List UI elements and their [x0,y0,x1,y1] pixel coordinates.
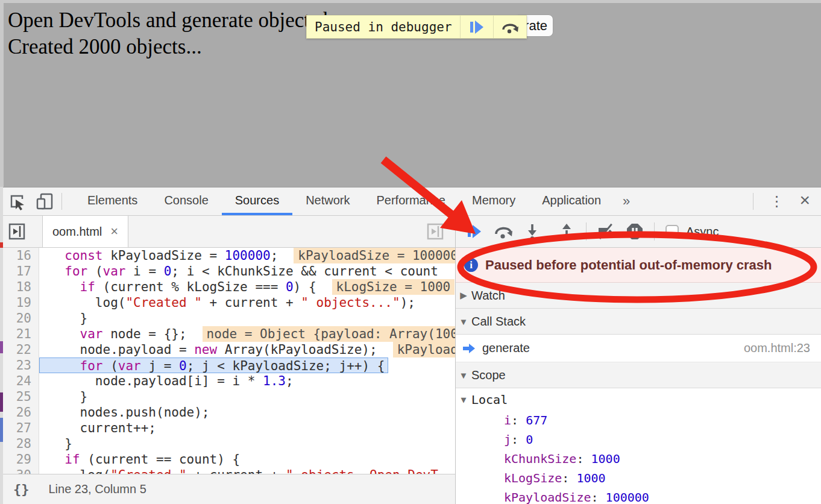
line-number[interactable]: 24 [0,373,39,389]
code-line-23[interactable]: 23 for (var j = 0; j < kPayloadSize; j++… [0,358,455,373]
line-number[interactable]: 30 [0,467,39,474]
tab-elements[interactable]: Elements [74,187,151,215]
variable-name: kPayloadSize [504,490,591,504]
async-label[interactable]: Async [686,225,719,239]
expanded-triangle-icon[interactable]: ▼ [456,394,471,405]
code-line-20[interactable]: 20 } [0,310,455,326]
tab-performance[interactable]: Performance [363,187,459,215]
tab-console[interactable]: Console [151,187,221,215]
step-over-button[interactable] [492,221,515,242]
line-text: log("Created " + current + " objects..."… [39,295,415,310]
line-number[interactable]: 29 [0,452,39,467]
line-text: current++; [39,420,156,436]
code-line-25[interactable]: 25 } [0,389,455,405]
tab-memory[interactable]: Memory [459,187,529,215]
line-text: } [39,310,87,326]
code-line-29[interactable]: 29 if (current == count) { [0,452,455,467]
tabs-overflow-button[interactable]: » [614,194,638,209]
line-text: for (var j = 0; j < kPayloadSize; j++) { [39,358,388,373]
code-editor[interactable]: 16 const kPayloadSize = 100000;kPayloadS… [0,248,455,474]
code-line-21[interactable]: 21 var node = {};node = Object {payload:… [0,326,455,342]
expanded-triangle-icon[interactable]: ▼ [456,370,471,380]
collapsed-triangle-icon[interactable]: ▶ [456,290,471,301]
pretty-print-icon[interactable]: {} [0,482,40,497]
variable-colon: : [511,432,526,447]
inline-eval-hint: kPayloadSize = 100000 [294,248,455,263]
line-number[interactable]: 23 [0,358,39,373]
controls-separator [654,222,655,241]
watch-section-label: Watch [471,289,505,303]
code-line-26[interactable]: 26 nodes.push(node); [0,405,455,420]
file-tab-oom-html[interactable]: oom.html × [42,216,128,247]
step-out-button[interactable] [555,221,578,242]
show-navigator-icon[interactable] [6,222,28,241]
watch-section-header[interactable]: ▶ Watch [456,283,821,309]
line-text: if (current % kLogSize === 0) { [39,279,316,295]
device-toolbar-icon[interactable] [35,191,55,212]
deactivate-breakpoints-icon [596,223,616,240]
call-frame-location[interactable]: oom.html:23 [744,341,810,355]
editor-tab-bar: oom.html × [0,216,455,248]
paused-in-debugger-label: Paused in debugger [307,16,460,38]
code-line-27[interactable]: 27 current++; [0,420,455,436]
more-options-icon[interactable]: ⋮ [757,193,796,210]
step-into-button[interactable] [521,221,544,242]
inspect-element-icon[interactable] [7,191,28,212]
code-line-24[interactable]: 24 node.payload[i] = i * 1.3; [0,373,455,389]
call-frame-generate[interactable]: generateoom.html:23 [456,335,821,362]
tab-application[interactable]: Application [529,187,614,215]
file-tab-close-icon[interactable]: × [110,224,118,239]
call-stack-section-label: Call Stack [471,315,526,329]
async-checkbox[interactable] [665,225,679,238]
generate-button-label: rate [524,18,547,34]
scope-pane: ▼ Local i: 677j: 0kChunkSize: 1000kLogSi… [456,388,821,504]
variable-name: kChunkSize [504,452,576,466]
page-text: Open DevTools and generate objects b Cre… [8,7,334,60]
deactivate-breakpoints-button[interactable] [594,221,617,242]
code-line-28[interactable]: 28 } [0,436,455,452]
variable-value: 0 [526,432,533,447]
line-number[interactable]: 27 [0,420,39,436]
line-number[interactable]: 20 [0,310,39,326]
line-number[interactable]: 18 [0,279,39,295]
overlay-step-over-button[interactable] [493,16,526,38]
line-number[interactable]: 19 [0,295,39,310]
debugger-controls: Async [456,216,821,248]
background-window-sliver [0,341,3,353]
line-text: } [39,389,87,405]
line-number[interactable]: 21 [0,326,39,342]
pause-on-exceptions-button[interactable] [623,221,646,242]
code-line-18[interactable]: 18 if (current % kLogSize === 0) {kLogSi… [0,279,455,295]
toolbar-separator [61,193,62,210]
close-devtools-icon[interactable]: × [796,191,821,212]
expanded-triangle-icon[interactable]: ▼ [456,317,471,327]
line-text: node.payload = new Array(kPayloadSize); [39,342,377,358]
scope-section-header[interactable]: ▼ Scope [456,362,821,388]
line-number[interactable]: 26 [0,405,39,420]
resume-script-button[interactable] [463,221,486,242]
scope-variable-kPayloadSize: kPayloadSize: 100000 [456,488,821,504]
line-number[interactable]: 16 [0,248,39,263]
overlay-resume-button[interactable] [460,16,493,38]
line-number[interactable]: 28 [0,436,39,452]
step-over-icon [501,20,519,34]
tab-network[interactable]: Network [292,187,363,215]
line-number[interactable]: 22 [0,342,39,358]
line-number[interactable]: 25 [0,389,39,405]
code-line-30[interactable]: 30 log("Created " + current + " objects.… [0,467,455,474]
page-text-line1: Open DevTools and generate objects b [8,7,334,34]
panel-toggle-icon[interactable] [426,222,447,241]
scope-variable-i: i: 677 [456,411,821,430]
code-line-19[interactable]: 19 log("Created " + current + " objects.… [0,295,455,310]
call-stack-section-header[interactable]: ▼ Call Stack [456,309,821,335]
scope-local-row[interactable]: ▼ Local [456,388,821,411]
background-window-sliver [0,418,3,442]
tab-sources[interactable]: Sources [222,187,292,215]
code-line-22[interactable]: 22 node.payload = new Array(kPayloadSize… [0,342,455,358]
variable-colon: : [511,413,526,427]
step-over-icon [494,224,513,239]
line-text: node.payload[i] = i * 1.3; [39,373,294,389]
code-line-16[interactable]: 16 const kPayloadSize = 100000;kPayloadS… [0,248,455,263]
line-number[interactable]: 17 [0,263,39,279]
code-line-17[interactable]: 17 for (var i = 0; i < kChunkSize && cur… [0,263,455,279]
